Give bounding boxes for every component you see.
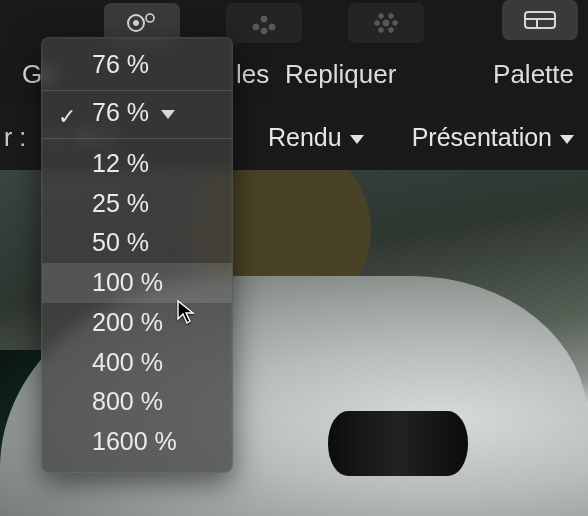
- svg-point-12: [379, 28, 384, 33]
- svg-point-5: [269, 24, 275, 30]
- menu-item-label: 76 %: [92, 50, 149, 78]
- zoom-menu-popup: 76 % ✓ 76 % 12 %25 %50 %100 %200 %400 %8…: [41, 37, 233, 473]
- svg-point-4: [261, 16, 267, 22]
- replicate-icon: [369, 11, 403, 35]
- svg-point-3: [253, 24, 259, 30]
- svg-point-1: [134, 21, 139, 26]
- svg-point-11: [389, 14, 394, 19]
- zoom-menu-top-value[interactable]: 76 %: [42, 45, 232, 85]
- svg-point-7: [383, 20, 389, 26]
- zoom-menu-option[interactable]: 25 %: [42, 184, 232, 224]
- svg-point-10: [379, 14, 384, 19]
- menu-item-label: 400 %: [92, 348, 163, 376]
- menu-item-label: 12 %: [92, 149, 149, 177]
- menu-current-label: 76 %: [92, 98, 149, 127]
- svg-point-13: [389, 28, 394, 33]
- palette-label: Palette: [493, 59, 574, 90]
- particles-label: les: [236, 59, 269, 90]
- zoom-menu-option[interactable]: 800 %: [42, 382, 232, 422]
- replicate-label: Repliquer: [285, 59, 396, 90]
- zoom-prefix: r :: [4, 123, 26, 152]
- chevron-down-icon: [161, 110, 175, 119]
- palette-button[interactable]: [502, 0, 578, 40]
- menu-item-label: 100 %: [92, 268, 163, 296]
- replicate-button[interactable]: [348, 3, 424, 43]
- menu-item-label: 200 %: [92, 308, 163, 336]
- menu-item-label: 1600 %: [92, 427, 177, 455]
- palette-icon: [523, 9, 557, 31]
- particles-icon: [247, 11, 281, 35]
- svg-point-8: [375, 21, 380, 26]
- presentation-label: Présentation: [412, 123, 552, 152]
- chevron-down-icon: [350, 135, 364, 144]
- menu-item-label: 50 %: [92, 228, 149, 256]
- svg-point-2: [146, 14, 154, 22]
- render-label: Rendu: [268, 123, 342, 152]
- menu-item-label: 800 %: [92, 387, 163, 415]
- bg-shape: [328, 411, 468, 476]
- zoom-menu-option[interactable]: 400 %: [42, 343, 232, 383]
- menu-separator: [42, 138, 232, 139]
- gear-icon: [124, 11, 160, 35]
- checkmark-icon: ✓: [58, 104, 76, 130]
- presentation-menu[interactable]: Présentation: [412, 123, 574, 152]
- particles-button[interactable]: [226, 3, 302, 43]
- chevron-down-icon: [560, 135, 574, 144]
- zoom-menu-option[interactable]: 12 %: [42, 144, 232, 184]
- svg-point-6: [261, 28, 267, 34]
- svg-point-9: [393, 21, 398, 26]
- zoom-menu-option[interactable]: 200 %: [42, 303, 232, 343]
- zoom-menu-option[interactable]: 1600 %: [42, 422, 232, 462]
- zoom-menu-option[interactable]: 100 %: [42, 263, 232, 303]
- menu-item-label: 25 %: [92, 189, 149, 217]
- zoom-menu-current[interactable]: ✓ 76 %: [42, 96, 232, 133]
- menu-separator: [42, 90, 232, 91]
- render-menu[interactable]: Rendu: [268, 123, 364, 152]
- zoom-menu-option[interactable]: 50 %: [42, 223, 232, 263]
